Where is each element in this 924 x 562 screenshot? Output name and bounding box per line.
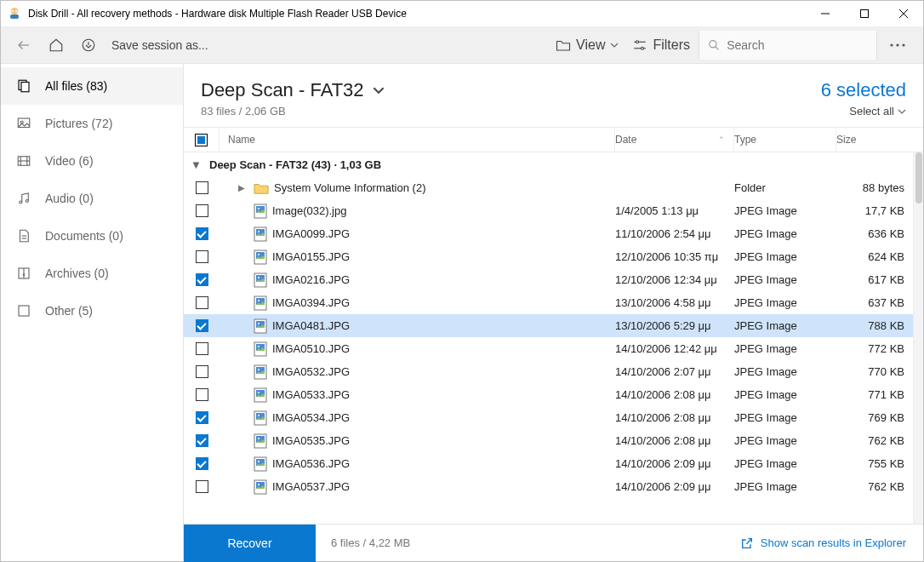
file-size: 769 KB (836, 411, 913, 424)
select-all-checkbox[interactable] (195, 134, 208, 146)
window-close-button[interactable] (884, 1, 923, 26)
filters-button[interactable]: Filters (627, 31, 695, 60)
svg-point-18 (902, 43, 904, 46)
row-checkbox[interactable] (196, 296, 208, 309)
sidebar-item-audio[interactable]: Audio (0) (1, 180, 183, 217)
file-size: 617 KB (836, 273, 913, 286)
file-name: IMGA0534.JPG (272, 411, 350, 424)
document-icon (16, 228, 31, 244)
sidebar-item-all-files[interactable]: All files (83) (1, 67, 183, 105)
footer: Recover 6 files / 4,22 MB Show scan resu… (184, 524, 923, 561)
window-maximize-button[interactable] (845, 1, 884, 26)
file-size: 88 bytes (836, 181, 913, 194)
row-checkbox[interactable] (196, 250, 208, 263)
group-row[interactable]: ▼ Deep Scan - FAT32 (43) · 1,03 GB (184, 152, 913, 176)
sidebar-item-other[interactable]: Other (5) (1, 292, 183, 330)
video-icon (16, 153, 31, 169)
svg-point-13 (642, 47, 644, 49)
row-checkbox[interactable] (196, 342, 208, 355)
svg-point-40 (258, 231, 260, 232)
file-list: ▼ Deep Scan - FAT32 (43) · 1,03 GB ▶Syst… (184, 152, 913, 524)
svg-point-73 (258, 484, 260, 485)
image-file-icon (254, 295, 267, 311)
image-file-icon (254, 204, 267, 219)
table-row[interactable]: IMGA0536.JPG14/10/2006 2:09 μμJPEG Image… (184, 452, 913, 475)
vertical-scrollbar[interactable] (913, 152, 923, 524)
table-row[interactable]: IMGA0534.JPG14/10/2006 2:08 μμJPEG Image… (184, 406, 913, 429)
back-button[interactable] (9, 31, 38, 60)
recover-button[interactable]: Recover (184, 525, 316, 562)
sidebar-item-video[interactable]: Video (6) (1, 142, 183, 180)
file-date: 12/10/2006 12:34 μμ (615, 273, 734, 286)
view-dropdown[interactable]: View (550, 31, 624, 60)
selected-count: 6 selected (821, 79, 906, 101)
table-row[interactable]: ▶System Volume Information (2)Folder88 b… (184, 176, 913, 199)
column-date[interactable]: Date⌃ (615, 128, 734, 152)
svg-rect-34 (19, 306, 29, 316)
file-date: 14/10/2006 2:09 μμ (615, 480, 734, 493)
row-checkbox[interactable] (196, 480, 208, 493)
table-row[interactable]: IMGA0510.JPG14/10/2006 12:42 μμJPEG Imag… (184, 337, 913, 360)
image-file-icon (254, 272, 267, 288)
file-name: IMGA0481.JPG (272, 319, 350, 332)
window-minimize-button[interactable] (806, 1, 845, 26)
row-checkbox[interactable] (196, 365, 208, 378)
columns-header: Name Date⌃ Type Size (184, 127, 923, 152)
row-checkbox[interactable] (196, 411, 208, 424)
search-input[interactable] (727, 38, 868, 52)
home-button[interactable] (42, 31, 71, 60)
column-checkbox-header[interactable] (184, 128, 220, 152)
table-row[interactable]: IMGA0155.JPG12/10/2006 10:35 πμJPEG Imag… (184, 245, 913, 268)
row-checkbox[interactable] (196, 388, 208, 401)
image-file-icon (254, 479, 267, 495)
file-name: IMGA0155.JPG (272, 250, 350, 263)
folder-icon (556, 38, 571, 52)
row-checkbox[interactable] (196, 319, 208, 332)
scan-title-dropdown[interactable]: Deep Scan - FAT32 (201, 79, 821, 101)
expand-icon[interactable]: ▶ (238, 183, 248, 192)
table-row[interactable]: IMGA0532.JPG14/10/2006 2:07 μμJPEG Image… (184, 360, 913, 383)
filters-label: Filters (653, 37, 690, 53)
table-row[interactable]: IMGA0535.JPG14/10/2006 2:08 μμJPEG Image… (184, 429, 913, 452)
sidebar-item-label: Video (6) (45, 154, 94, 168)
row-checkbox[interactable] (196, 181, 208, 194)
row-checkbox[interactable] (196, 204, 208, 217)
file-type: JPEG Image (734, 457, 836, 470)
table-row[interactable]: IMGA0216.JPG12/10/2006 12:34 μμJPEG Imag… (184, 268, 913, 291)
file-date: 14/10/2006 2:08 μμ (615, 411, 734, 424)
svg-point-16 (890, 43, 893, 46)
table-row[interactable]: IMGA0481.JPG13/10/2006 5:29 μμJPEG Image… (184, 314, 913, 337)
svg-point-11 (636, 40, 639, 43)
table-row[interactable]: IMGA0099.JPG11/10/2006 2:54 μμJPEG Image… (184, 222, 913, 245)
sidebar-item-label: Audio (0) (45, 192, 94, 205)
table-row[interactable]: Image(032).jpg1/4/2005 1:13 μμJPEG Image… (184, 199, 913, 222)
scan-subtitle: 83 files / 2,06 GB (201, 105, 821, 118)
file-date: 14/10/2006 2:07 μμ (615, 365, 734, 378)
scrollbar-thumb[interactable] (915, 152, 922, 204)
select-all-dropdown[interactable]: Select all (849, 105, 906, 118)
search-box[interactable] (699, 31, 877, 60)
row-checkbox[interactable] (196, 227, 208, 240)
row-checkbox[interactable] (196, 457, 208, 470)
column-size[interactable]: Size (836, 128, 913, 152)
app-icon (8, 7, 21, 20)
toolbar: Save session as... View Filters (1, 26, 923, 64)
column-type[interactable]: Type (734, 128, 836, 152)
row-checkbox[interactable] (196, 434, 208, 447)
table-row[interactable]: IMGA0537.JPG14/10/2006 2:09 μμJPEG Image… (184, 475, 913, 498)
column-name[interactable]: Name (220, 128, 615, 152)
table-row[interactable]: IMGA0394.JPG13/10/2006 4:58 μμJPEG Image… (184, 291, 913, 314)
sidebar-item-archives[interactable]: Archives (0) (1, 255, 183, 292)
row-checkbox[interactable] (196, 273, 208, 286)
open-external-icon (740, 536, 754, 550)
table-row[interactable]: IMGA0533.JPG14/10/2006 2:08 μμJPEG Image… (184, 383, 913, 406)
file-size: 624 KB (836, 250, 913, 263)
file-date: 14/10/2006 2:08 μμ (615, 388, 734, 401)
show-in-explorer-link[interactable]: Show scan results in Explorer (740, 536, 906, 550)
file-date: 14/10/2006 2:09 μμ (615, 457, 734, 470)
save-session-button[interactable] (74, 31, 103, 60)
sidebar-item-pictures[interactable]: Pictures (72) (1, 105, 183, 142)
file-size: 788 KB (836, 319, 913, 332)
sidebar-item-documents[interactable]: Documents (0) (1, 217, 183, 255)
more-button[interactable] (881, 31, 915, 60)
